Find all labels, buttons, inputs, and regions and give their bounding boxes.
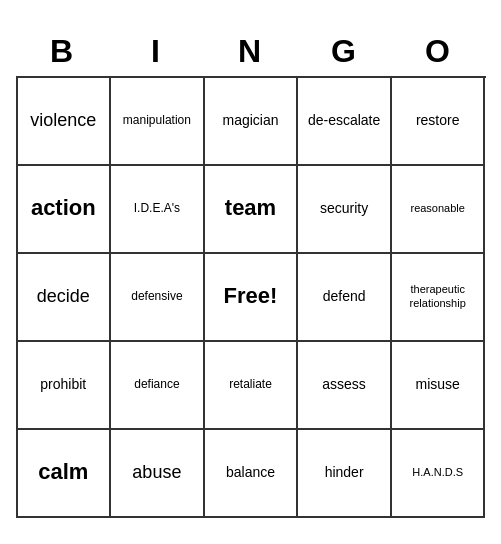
cell-text: manipulation [123,113,191,127]
bingo-cell: manipulation [111,78,205,166]
cell-text: decide [37,286,90,308]
bingo-cell: defend [298,254,392,342]
cell-text: restore [416,112,460,129]
cell-text: magician [222,112,278,129]
bingo-cell: prohibit [18,342,112,430]
cell-text: prohibit [40,376,86,393]
bingo-cell: defensive [111,254,205,342]
cell-text: defiance [134,377,179,391]
cell-text: therapeutic relationship [396,283,480,309]
bingo-cell: calm [18,430,112,518]
cell-text: assess [322,376,366,393]
bingo-cell: defiance [111,342,205,430]
cell-text: calm [38,459,88,485]
bingo-cell: team [205,166,299,254]
bingo-cell: misuse [392,342,486,430]
bingo-cell: H.A.N.D.S [392,430,486,518]
bingo-header: BINGO [16,27,486,76]
bingo-cell: decide [18,254,112,342]
cell-text: Free! [224,283,278,309]
header-letter: B [16,27,110,76]
header-letter: O [392,27,486,76]
bingo-cell: reasonable [392,166,486,254]
cell-text: de-escalate [308,112,380,129]
cell-text: balance [226,464,275,481]
cell-text: hinder [325,464,364,481]
bingo-cell: hinder [298,430,392,518]
bingo-cell: de-escalate [298,78,392,166]
bingo-cell: abuse [111,430,205,518]
bingo-cell: security [298,166,392,254]
bingo-cell: I.D.E.A's [111,166,205,254]
cell-text: team [225,195,276,221]
bingo-cell: assess [298,342,392,430]
cell-text: retaliate [229,377,272,391]
cell-text: defend [323,288,366,305]
bingo-cell: therapeutic relationship [392,254,486,342]
bingo-card: BINGO violencemanipulationmagiciande-esc… [16,27,486,518]
bingo-cell: violence [18,78,112,166]
cell-text: abuse [132,462,181,484]
cell-text: reasonable [410,202,464,215]
header-letter: I [110,27,204,76]
cell-text: security [320,200,368,217]
bingo-cell: balance [205,430,299,518]
cell-text: action [31,195,96,221]
bingo-cell: action [18,166,112,254]
bingo-cell: restore [392,78,486,166]
cell-text: violence [30,110,96,132]
bingo-grid: violencemanipulationmagiciande-escalater… [16,76,486,518]
cell-text: defensive [131,289,182,303]
header-letter: N [204,27,298,76]
header-letter: G [298,27,392,76]
bingo-cell: retaliate [205,342,299,430]
cell-text: I.D.E.A's [134,201,180,215]
cell-text: misuse [416,376,460,393]
bingo-cell: magician [205,78,299,166]
cell-text: H.A.N.D.S [412,466,463,479]
bingo-cell: Free! [205,254,299,342]
